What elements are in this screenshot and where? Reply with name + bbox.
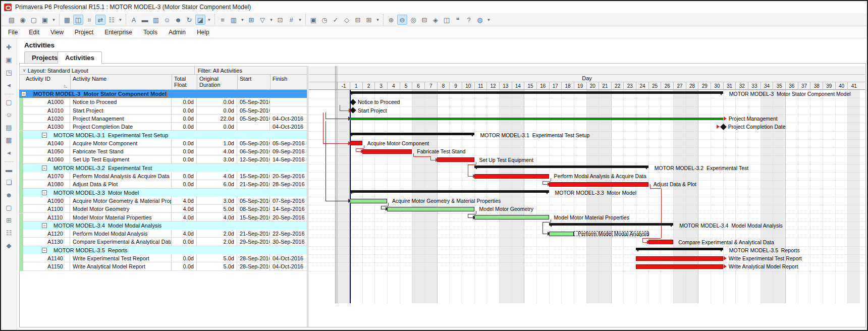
table-row[interactable]: A1010Start Project0.0d0.0d05-Sep-2016: [19, 106, 307, 115]
collapse-button[interactable]: −: [42, 133, 47, 138]
gantt-bar-critical[interactable]: [362, 149, 412, 154]
details-icon[interactable]: ▣: [308, 15, 318, 25]
print-preview-icon[interactable]: ◉: [18, 15, 28, 25]
gantt-bar-normal[interactable]: [474, 215, 549, 219]
day-tick-8[interactable]: 8: [437, 82, 450, 90]
level-resources-icon[interactable]: ⊞: [364, 15, 374, 25]
spreadsheet-view-icon[interactable]: ▦: [62, 15, 72, 25]
resource-usage-icon[interactable]: ☻: [173, 15, 183, 25]
activity-details-icon[interactable]: ▬: [140, 15, 150, 25]
day-tick-26[interactable]: 26: [661, 82, 673, 90]
day-tick-2[interactable]: 2: [362, 82, 375, 90]
calculator-icon[interactable]: ⊞: [4, 216, 14, 226]
update-progress-icon[interactable]: ◷: [319, 15, 330, 25]
gantt-bar-critical[interactable]: [437, 157, 474, 162]
resources-pane-icon[interactable]: ☺: [4, 111, 14, 120]
gantt-bar-critical[interactable]: [350, 141, 362, 145]
collapse-button[interactable]: −: [42, 190, 47, 195]
table-row[interactable]: −MOTOR MODEL-3.4 Model Modal Analysis: [19, 222, 307, 230]
zoom-out-icon[interactable]: ⊖: [397, 15, 407, 25]
timescale-unit-label[interactable]: Day: [309, 75, 865, 82]
horizontal-split-icon[interactable]: ⊟: [419, 15, 429, 25]
gantt-bar-summary[interactable]: [350, 190, 549, 193]
day-tick-12[interactable]: 12: [486, 82, 499, 90]
notes-icon[interactable]: ❝: [453, 15, 463, 25]
menu-enterprise[interactable]: Enterprise: [104, 29, 132, 36]
more-tools-icon[interactable]: ▾: [375, 15, 381, 25]
day-tick-21[interactable]: 21: [599, 82, 611, 90]
relationship-lines-icon[interactable]: ⇄: [95, 15, 105, 25]
filters-caret-icon[interactable]: ▾: [268, 15, 274, 25]
day-tick-17[interactable]: 17: [549, 82, 562, 90]
more-windows-icon[interactable]: ▾: [206, 15, 212, 25]
zoom-fit-icon[interactable]: ◎: [408, 15, 418, 25]
day-tick-6[interactable]: 6: [412, 82, 424, 90]
table-row[interactable]: −MOTOR MODEL-3.5 Reports: [19, 246, 307, 254]
day-tick-29[interactable]: 29: [698, 82, 711, 90]
collapse-button[interactable]: −: [21, 91, 26, 96]
table-row[interactable]: A1030Project Completion Date0.0d0.0d04-O…: [19, 123, 307, 131]
day-tick-30[interactable]: 30: [711, 82, 723, 90]
day-tick--1[interactable]: -1: [337, 82, 350, 90]
day-tick-32[interactable]: 32: [735, 82, 748, 90]
table-row[interactable]: A1060Set Up Test Equipment0.0d3.0d12-Sep…: [19, 155, 307, 163]
table-row[interactable]: −MOTOR MODEL-3.2 Experimental Test: [19, 164, 307, 172]
day-tick-37[interactable]: 37: [798, 82, 810, 90]
more-format-icon[interactable]: ▾: [297, 15, 303, 25]
columns-icon[interactable]: ▥: [229, 15, 239, 25]
day-tick-19[interactable]: 19: [574, 82, 586, 90]
day-tick-3[interactable]: 3: [374, 82, 387, 90]
day-tick-5[interactable]: 5: [400, 82, 412, 90]
day-tick-22[interactable]: 22: [611, 82, 624, 90]
day-tick-15[interactable]: 15: [524, 82, 536, 90]
activity-usage-icon[interactable]: ▥: [151, 15, 161, 25]
day-tick-27[interactable]: 27: [673, 82, 686, 90]
menu-project[interactable]: Project: [75, 29, 93, 36]
day-tick-10[interactable]: 10: [462, 82, 474, 90]
find-icon[interactable]: A: [129, 15, 139, 25]
org-chart-icon[interactable]: ☷: [4, 229, 14, 238]
shapes-icon[interactable]: ❏: [4, 178, 14, 188]
bars-icon[interactable]: ≡: [218, 15, 228, 25]
open-project-icon[interactable]: ▣: [4, 56, 14, 65]
day-tick-38[interactable]: 38: [810, 82, 823, 90]
day-tick-1[interactable]: 1: [350, 82, 362, 90]
table-row[interactable]: −MOTOR MODEL-3 Motor Stator Component Mo…: [19, 90, 307, 98]
box-select-icon[interactable]: ◪: [195, 15, 205, 25]
reports-chart-icon[interactable]: ▦: [4, 136, 14, 145]
table-row[interactable]: −MOTOR MODEL-3.1 Experimental Test Setup: [19, 131, 307, 139]
day-tick-36[interactable]: 36: [785, 82, 798, 90]
day-tick-40[interactable]: 40: [835, 82, 848, 90]
document-icon[interactable]: ▢: [4, 203, 14, 213]
gantt-bar-levelofeffort[interactable]: [350, 118, 723, 120]
day-tick-14[interactable]: 14: [512, 82, 524, 90]
folder-icon[interactable]: ▢: [4, 98, 14, 107]
table-row[interactable]: A1130Compare Experimental & Analytical D…: [19, 238, 307, 246]
gantt-bar-critical[interactable]: [636, 264, 723, 269]
green-bar-icon[interactable]: ▬: [4, 165, 14, 175]
collapse-button[interactable]: −: [42, 165, 47, 171]
import-icon[interactable]: ◳: [4, 68, 14, 78]
collapse-button[interactable]: −: [42, 223, 47, 228]
layout-options-bar[interactable]: ∨ Layout: Standard Layout Filter: All Ac…: [19, 66, 307, 75]
vertical-split-icon[interactable]: ◫: [442, 15, 452, 25]
column-header-original-duration[interactable]: Original Duration: [197, 75, 238, 90]
more-views-icon[interactable]: ▾: [118, 15, 123, 25]
filters-icon[interactable]: ▽: [257, 15, 267, 25]
zoom-in-icon[interactable]: ⊕: [386, 15, 396, 25]
column-header-total-float[interactable]: Total Float: [172, 75, 197, 90]
day-tick-34[interactable]: 34: [761, 82, 773, 90]
gantt-bar-summary[interactable]: [350, 133, 474, 135]
online-help-icon[interactable]: ◍: [475, 15, 485, 25]
gantt-bar-critical[interactable]: [648, 240, 673, 244]
timescale-day-row[interactable]: -112345678910111213141516171819202122232…: [309, 82, 865, 90]
resource-assignments-icon[interactable]: ☺: [162, 15, 172, 25]
table-row[interactable]: A1020Project Management0.0d22.0d05-Sep-2…: [19, 115, 307, 123]
top-bottom-layout-icon[interactable]: ◫: [73, 15, 83, 25]
day-tick-35[interactable]: 35: [773, 82, 785, 90]
gantt-bar-summary[interactable]: [549, 223, 674, 226]
schedule-icon[interactable]: ⊟: [353, 15, 363, 25]
gantt-bar-summary[interactable]: [350, 91, 723, 94]
menu-tools[interactable]: Tools: [143, 29, 157, 36]
gantt-bar-summary[interactable]: [474, 165, 648, 168]
